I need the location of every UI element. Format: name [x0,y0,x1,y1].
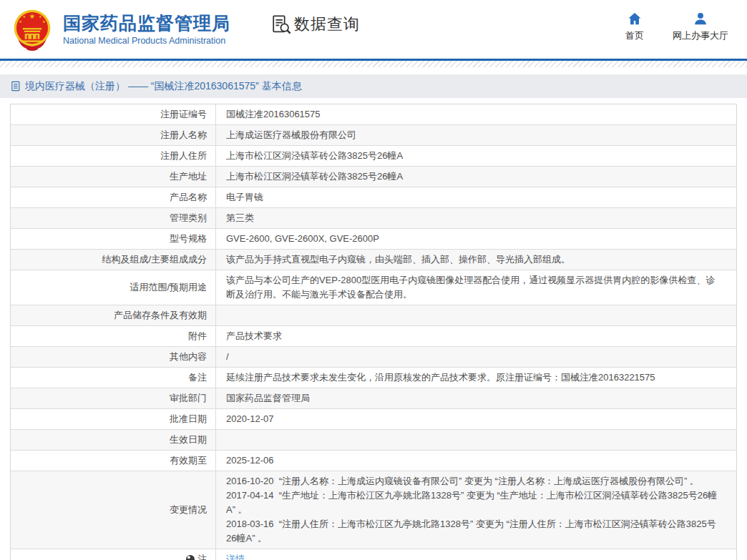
row-value: 该产品与本公司生产的VEP-2800型医用电子内窥镜图像处理器配合使用，通过视频… [216,270,736,305]
row-label: 注册证编号 [11,104,216,124]
table-row: 管理类别 第三类 [11,208,736,229]
document-search-icon [270,14,292,35]
data-query-title: 数据查询 [294,14,360,35]
row-value: 2020-12-07 [216,409,736,429]
row-value [216,305,736,325]
org-title-block: 国家药品监督管理局 National Medical Products Admi… [63,13,230,46]
row-label: 附件 [11,326,216,346]
table-row-note: 注 详情 [11,549,736,560]
row-value: / [216,347,736,367]
page-header: ★ ★ ★ ★ ★ 国家药品监督管理局 National Medical Pro… [0,0,747,59]
national-emblem-logo: ★ ★ ★ ★ ★ [11,8,54,51]
home-icon [627,11,643,26]
row-value: 该产品为手持式直视型电子内窥镜，由头端部、插入部、操作部、导光插入部组成。 [216,250,736,270]
user-icon [693,11,708,26]
registration-info-table: 注册证编号 国械注准20163061575 注册人名称 上海成运医疗器械股份有限… [10,104,737,560]
row-label: 变更情况 [11,471,216,549]
row-label: 生效日期 [11,430,216,450]
org-name-cn: 国家药品监督管理局 [63,13,230,34]
header-nav: 首页 网上办事大厅 [625,11,728,42]
table-row: 注册证编号 国械注准20163061575 [11,104,736,125]
data-query-section: 数据查询 [270,14,360,35]
table-row: 生产地址 上海市松江区洞泾镇莘砖公路3825号26幢A [11,167,736,187]
row-label: 型号规格 [11,229,216,249]
table-row: 适用范围/预期用途 该产品与本公司生产的VEP-2800型医用电子内窥镜图像处理… [11,270,736,305]
row-label: 其他内容 [11,347,216,367]
row-label: 注册人住所 [11,146,216,166]
national-emblem-icon: ★ ★ ★ ★ ★ [11,8,54,51]
row-label: 审批部门 [11,388,216,408]
row-label: 生产地址 [11,167,216,187]
row-label: 批准日期 [11,409,216,429]
change-line: 2016-10-20 “注册人名称：上海成运内窥镜设备有限公司” 变更为 “注册… [226,474,721,488]
table-row: 批准日期 2020-12-07 [11,409,736,430]
document-icon [11,81,25,92]
row-value: 电子胃镜 [216,187,736,207]
row-label: 适用范围/预期用途 [11,270,216,305]
nav-home-label: 首页 [625,29,644,42]
table-row: 备注 延续注册产品技术要求未发生变化，沿用原核发的产品技术要求。原注册证编号：国… [11,368,736,388]
org-name-en: National Medical Products Administration [63,36,230,46]
row-value: 第三类 [216,208,736,228]
svg-text:★: ★ [42,19,46,24]
table-row: 其他内容 / [11,347,736,368]
svg-text:★: ★ [19,19,22,24]
svg-text:★: ★ [39,14,42,19]
table-row: 型号规格 GVE-2600, GVE-2600X, GVE-2600P [11,229,736,250]
row-label: 产品储存条件及有效期 [11,305,216,325]
change-line: 2017-04-14 “生产地址：上海市松江区九亭姚北路1328号” 变更为 “… [226,488,721,517]
row-label: 注 [11,549,216,560]
table-row: 有效期至 2025-12-06 [11,451,736,471]
row-value: 上海市松江区洞泾镇莘砖公路3825号26幢A [216,146,736,166]
row-label: 注册人名称 [11,125,216,145]
svg-text:★: ★ [22,14,26,19]
table-row: 生效日期 [11,430,736,451]
details-link[interactable]: 详情 [226,552,721,560]
row-label: 有效期至 [11,451,216,471]
table-row: 产品名称 电子胃镜 [11,187,736,208]
row-label: 管理类别 [11,208,216,228]
row-label: 结构及组成/主要组成成分 [11,250,216,270]
row-value: 2016-10-20 “注册人名称：上海成运内窥镜设备有限公司” 变更为 “注册… [216,471,736,549]
table-row: 注册人名称 上海成运医疗器械股份有限公司 [11,125,736,146]
breadcrumb: 境内医疗器械（注册） —— “国械注准20163061575” 基本信息 [0,74,747,98]
row-value [216,430,736,450]
row-value: 详情 [216,549,736,560]
nav-service-hall[interactable]: 网上办事大厅 [673,11,728,42]
row-value: 上海市松江区洞泾镇莘砖公路3825号26幢A [216,167,736,187]
svg-text:★: ★ [29,13,35,20]
row-value: GVE-2600, GVE-2600X, GVE-2600P [216,229,736,249]
row-value: 国械注准20163061575 [216,104,736,124]
table-row: 附件 产品技术要求 [11,326,736,347]
table-row: 产品储存条件及有效期 [11,305,736,326]
nav-service-hall-label: 网上办事大厅 [673,29,728,42]
table-row: 结构及组成/主要组成成分 该产品为手持式直视型电子内窥镜，由头端部、插入部、操作… [11,250,736,270]
note-label: 注 [197,552,207,560]
row-value: 国家药品监督管理局 [216,388,736,408]
header-hatch-band [0,61,747,67]
row-value: 延续注册产品技术要求未发生变化，沿用原核发的产品技术要求。原注册证编号：国械注准… [216,368,736,388]
table-row: 审批部门 国家药品监督管理局 [11,388,736,409]
change-line: 2018-03-16 “注册人住所：上海市松江区九亭姚北路1328号” 变更为 … [226,517,721,546]
breadcrumb-text: 境内医疗器械（注册） —— “国械注准20163061575” 基本信息 [25,80,302,93]
row-value: 2025-12-06 [216,451,736,471]
note-icon [186,555,195,560]
row-label: 产品名称 [11,187,216,207]
table-row-change-history: 变更情况 2016-10-20 “注册人名称：上海成运内窥镜设备有限公司” 变更… [11,471,736,549]
row-value: 产品技术要求 [216,326,736,346]
table-row: 注册人住所 上海市松江区洞泾镇莘砖公路3825号26幢A [11,146,736,167]
row-label: 备注 [11,368,216,388]
nav-home[interactable]: 首页 [625,11,644,42]
row-value: 上海成运医疗器械股份有限公司 [216,125,736,145]
